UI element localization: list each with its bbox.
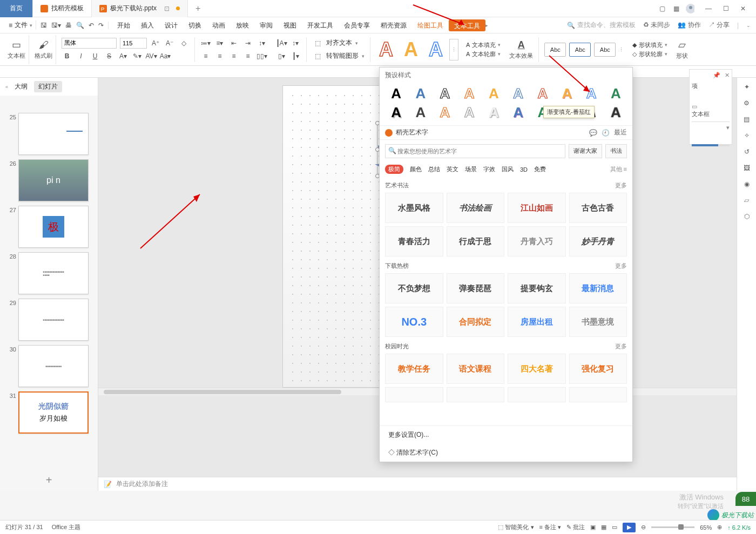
wordart-style-1[interactable]: A [375,37,397,62]
collab-button[interactable]: 👥 协作 [678,21,700,30]
cat-item[interactable]: 总结 [428,165,440,173]
bold-button[interactable]: B [62,51,72,62]
art-item[interactable]: 行成于思 [447,226,505,256]
cat-item[interactable]: 场景 [465,165,477,173]
close-panel-icon[interactable]: ✕ [725,72,730,79]
preset-a[interactable]: A [385,104,407,121]
preset-a[interactable]: A [409,85,431,102]
scrollbar-thumb[interactable] [104,390,341,394]
zoom-out-icon[interactable]: ⊖ [641,524,646,531]
bullets-button[interactable]: ≔▾ [200,38,211,49]
section-more[interactable]: 更多 [615,181,627,190]
preset-a[interactable]: A [458,85,481,102]
cat-item[interactable]: 国风 [502,165,514,173]
section-more[interactable]: 更多 [615,342,627,350]
font-color-button[interactable]: A▾ [118,51,129,62]
shape-outline-button[interactable]: ◇形状轮廓▾ [632,50,667,58]
command-search[interactable]: 🔍 查找命令、搜索模板 [567,21,636,30]
art-item[interactable]: 丹青入巧 [508,226,566,256]
maximize-button[interactable]: ☐ [717,5,734,12]
zoom-slider[interactable] [651,526,694,528]
layout-icon[interactable]: ▢ [658,4,666,13]
art-item[interactable]: 强化复习 [569,354,627,384]
cat-item[interactable]: 颜色 [410,165,422,173]
columns-button[interactable]: ▯▯▾ [256,51,267,62]
underline-button[interactable]: U [90,51,100,62]
art-item[interactable]: 水墨风格 [385,193,443,223]
cat-item[interactable]: 字效 [483,165,495,173]
letter-spacing-button[interactable]: AV▾ [146,51,157,62]
thumb-27[interactable]: 极 [18,206,89,248]
collapse-icon[interactable]: « [5,84,8,90]
print-preview-icon[interactable]: 🔍 [76,22,84,29]
art-item[interactable] [385,387,443,402]
section-more[interactable]: 更多 [615,262,627,270]
thumb-31[interactable]: 光阴似箭岁月如梭 [18,391,89,434]
thumb-29[interactable]: ■■■■■■■■■■■■■ [18,299,89,341]
vert-dir-button[interactable]: ┃▾ [290,51,301,62]
ribbon-tab-animation[interactable]: 动画 [207,17,231,33]
zoom-in-icon[interactable]: ⊕ [717,524,722,531]
text-outline-button[interactable]: A文本轮廓▾ [466,50,501,58]
preset-a[interactable]: A [434,104,456,121]
indent-dec-button[interactable]: ⇤ [228,38,239,49]
slideshow-button[interactable]: ▶ [623,523,636,532]
wordart-style-2[interactable]: A [400,37,422,62]
ribbon-tab-slideshow[interactable]: 放映 [231,17,254,33]
art-item[interactable]: 江山如画 [508,193,566,223]
clear-format-icon[interactable]: ◇ [178,38,189,49]
view-sorter-icon[interactable]: ▦ [601,524,606,531]
view-reading-icon[interactable]: ▭ [612,524,617,531]
wordart-search-input[interactable] [385,144,565,158]
change-font-button[interactable]: Aa▾ [160,51,171,62]
wordart-more-button[interactable]: ⋮ [449,39,458,60]
art-item[interactable]: 四大名著 [508,354,566,384]
preset-a[interactable]: A [507,104,529,121]
ribbon-tab-start[interactable]: 开始 [112,17,136,33]
thumb-30[interactable]: ■■■■■■■■■■ [18,345,89,387]
wordart-gallery[interactable]: A A A ⋮ [373,37,461,62]
location-icon[interactable]: ◉ [744,180,750,188]
recent-label[interactable]: 最近 [614,128,627,137]
increase-font-icon[interactable]: A⁺ [150,38,161,49]
cube-icon[interactable]: ⬡ [744,213,750,220]
smartart-icon[interactable]: ⬚ [312,51,323,62]
ribbon-tab-view[interactable]: 视图 [278,17,302,33]
search-pill[interactable]: 书法 [605,144,627,158]
apps-icon[interactable]: ▦ [672,4,680,13]
zoom-slider-thumb[interactable] [678,524,684,530]
font-size-select[interactable] [120,38,147,49]
slider[interactable] [692,144,730,146]
share-button[interactable]: ↗ 分享 [708,21,730,30]
clear-wordart-item[interactable]: ◇ 清除艺术字(C) [380,444,632,462]
sync-button[interactable]: ♻ 未同步 [643,21,670,30]
slides-tab[interactable]: 幻灯片 [34,81,62,92]
thumb-26[interactable]: pi n [18,159,89,201]
clock-icon[interactable]: 🕘 [602,129,610,137]
indent-inc-button[interactable]: ⇥ [242,38,253,49]
ribbon-tab-review[interactable]: 审阅 [254,17,278,33]
highlight-button[interactable]: ✎▾ [132,51,143,62]
notes-toggle[interactable]: ≡ 备注 ▾ [539,523,562,531]
tab-home[interactable]: 首页 [0,0,33,17]
strike-button[interactable]: S [104,51,114,62]
art-item[interactable]: 语文课程 [447,354,505,384]
art-item[interactable]: 书法绘画 [447,193,505,223]
art-item[interactable]: 教学任务 [385,354,443,384]
align-center-button[interactable]: ≡ [214,51,225,62]
ribbon-tab-docer[interactable]: 稻壳资源 [375,17,412,33]
save-icon[interactable]: 🖫 [40,22,47,29]
collapse-ribbon-icon[interactable]: ⌄ [746,23,751,28]
align-text-icon[interactable]: ⬚ [312,38,323,49]
align-left-button[interactable]: ≡ [200,51,211,62]
art-item[interactable]: 古色古香 [569,193,627,223]
art-item[interactable]: 弹奏琵琶 [447,273,505,303]
art-item[interactable]: 书墨意境 [569,307,627,337]
close-button[interactable]: ✕ [734,5,752,12]
view-normal-icon[interactable]: ▣ [590,524,596,531]
save-as-icon[interactable]: 🖫▾ [51,22,61,29]
art-item[interactable] [569,387,627,402]
thumb-28[interactable]: ■■■■■■■■■■■■■■■■■ [18,252,89,294]
art-item[interactable]: 妙手丹青 [569,226,627,256]
decrease-font-icon[interactable]: A⁻ [164,38,175,49]
